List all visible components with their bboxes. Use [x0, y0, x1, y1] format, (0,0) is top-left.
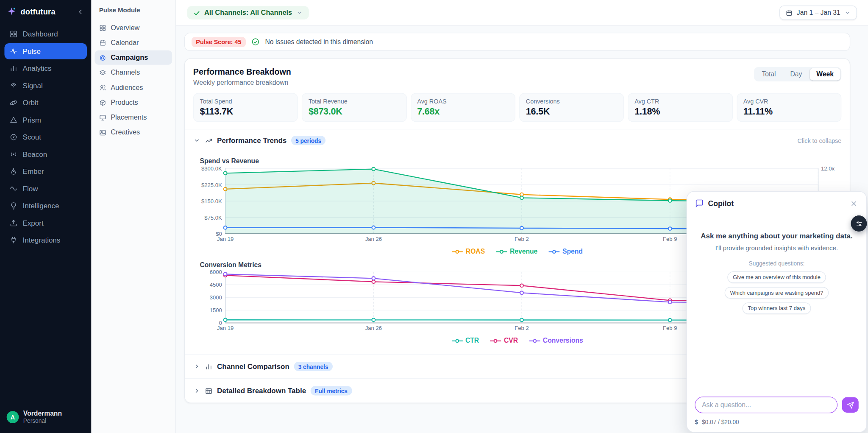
- module-item-products[interactable]: Products: [95, 95, 172, 110]
- card-header: Performance Breakdown Weekly performance…: [185, 59, 850, 86]
- send-button[interactable]: [842, 397, 859, 413]
- sidebar-collapse-button[interactable]: [75, 6, 86, 17]
- sidebar-header: dotfutura: [0, 0, 92, 24]
- sidebar-item-export[interactable]: Export: [4, 215, 87, 231]
- copilot-header: Copilot: [687, 192, 866, 213]
- ask-question-input[interactable]: [695, 397, 837, 413]
- copilot-title: Copilot: [708, 199, 844, 208]
- module-item-calendar[interactable]: Calendar: [95, 36, 172, 50]
- module-item-label: Audiences: [111, 84, 143, 91]
- module-item-overview[interactable]: Overview: [95, 20, 172, 35]
- performance-trends-header[interactable]: Performance Trends 5 periods Click to co…: [185, 130, 850, 151]
- chat-bubble-icon: [695, 199, 704, 208]
- legend-item-revenue[interactable]: Revenue: [496, 248, 537, 255]
- suggestion-chip-wasting-spend[interactable]: Which campaigns are wasting spend?: [724, 287, 829, 299]
- status-bar: Pulse Score: 45 No issues detected in th…: [184, 33, 850, 51]
- legend-item-ctr[interactable]: CTR: [451, 337, 479, 344]
- copilot-footer: $ $0.07 / $20.00: [687, 392, 866, 432]
- module-item-label: Overview: [111, 24, 139, 31]
- user-name: Vordermann: [23, 410, 62, 417]
- x-axis-tick: Jan 26: [365, 325, 382, 331]
- nav-label: Beacon: [23, 150, 47, 159]
- app-viewport: dotfutura Dashboard Pulse Analytics Sign…: [0, 0, 868, 433]
- legend-item-roas[interactable]: ROAS: [452, 248, 485, 255]
- screen: dotfutura Dashboard Pulse Analytics Sign…: [0, 0, 868, 433]
- app-logo: [7, 7, 17, 17]
- sidebar-item-beacon[interactable]: Beacon: [4, 146, 87, 162]
- legend-item-cvr[interactable]: CVR: [490, 337, 518, 344]
- sidebar-item-analytics[interactable]: Analytics: [4, 60, 87, 76]
- x-axis-tick: Feb 9: [663, 236, 677, 242]
- chevron-down-icon: [193, 137, 200, 144]
- module-item-audiences[interactable]: Audiences: [95, 80, 172, 95]
- collapse-hint: Click to collapse: [797, 137, 841, 144]
- periods-badge: 5 periods: [291, 136, 326, 145]
- nav-label: Intelligence: [23, 201, 59, 210]
- bar-chart-icon: [205, 363, 212, 370]
- nav-label: Ember: [23, 167, 44, 176]
- x-axis-tick: Feb 2: [515, 325, 529, 331]
- module-item-channels[interactable]: Channels: [95, 65, 172, 80]
- legend-item-spend[interactable]: Spend: [548, 248, 583, 255]
- channel-filter-button[interactable]: All Channels: All Channels: [187, 6, 309, 19]
- module-item-label: Creatives: [111, 129, 140, 136]
- suggestion-chip-top-winners[interactable]: Top winners last 7 days: [743, 302, 811, 314]
- y-axis-tick: 3000: [210, 294, 222, 300]
- copilot-subtext: I'll provide grounded insights with evid…: [693, 245, 861, 251]
- beacon-icon: [9, 150, 18, 159]
- section-title: Channel Comparison: [217, 362, 289, 371]
- granularity-week-button[interactable]: Week: [810, 68, 840, 81]
- granularity-toggle: Total Day Week: [754, 67, 841, 81]
- check-icon: [193, 9, 200, 17]
- suggestion-chip-overview[interactable]: Give me an overview of this module: [727, 271, 826, 283]
- y-axis-tick: 6000: [210, 269, 222, 275]
- nav-label: Orbit: [23, 98, 39, 107]
- page-subtitle: Weekly performance breakdown: [193, 78, 291, 86]
- chevron-down-icon: [844, 9, 851, 16]
- pulse-score-badge: Pulse Score: 45: [192, 37, 246, 47]
- module-item-label: Calendar: [111, 39, 139, 46]
- legend-item-conversions[interactable]: Conversions: [529, 337, 583, 344]
- sidebar-item-signal[interactable]: Signal: [4, 78, 87, 94]
- module-item-campaigns[interactable]: Campaigns: [95, 50, 172, 65]
- chart-title: Spend vs Revenue: [200, 157, 842, 165]
- kpi-row: Total Spend $113.7K Total Revenue $873.0…: [185, 87, 850, 130]
- send-icon: [847, 401, 854, 408]
- sidebar-item-intelligence[interactable]: Intelligence: [4, 198, 87, 214]
- copilot-settings-fab[interactable]: [851, 215, 867, 232]
- overview-icon: [99, 24, 106, 31]
- x-axis-tick: Jan 19: [217, 325, 234, 331]
- sidebar-item-integrations[interactable]: Integrations: [4, 232, 87, 248]
- module-item-creatives[interactable]: Creatives: [95, 125, 172, 140]
- date-range-button[interactable]: Jan 1 – Jan 31: [779, 6, 857, 20]
- placements-icon: [99, 114, 106, 121]
- nav-label: Analytics: [23, 64, 52, 73]
- copilot-close-button[interactable]: [849, 198, 859, 209]
- primary-nav: Dashboard Pulse Analytics Signal Orbit P…: [0, 24, 92, 404]
- suggested-questions-label: Suggested questions:: [693, 260, 861, 267]
- sidebar-item-ember[interactable]: Ember: [4, 163, 87, 179]
- module-item-placements[interactable]: Placements: [95, 110, 172, 125]
- x-axis-tick: Feb 2: [515, 236, 529, 242]
- sidebar-item-prism[interactable]: Prism: [4, 112, 87, 128]
- channel-filter-label: All Channels: All Channels: [204, 9, 292, 17]
- sidebar-item-orbit[interactable]: Orbit: [4, 95, 87, 111]
- granularity-total-button[interactable]: Total: [755, 68, 782, 81]
- nav-label: Signal: [23, 81, 43, 90]
- module-item-label: Products: [111, 98, 138, 106]
- user-menu[interactable]: A Vordermann Personal: [0, 404, 92, 433]
- sidebar-item-dashboard[interactable]: Dashboard: [4, 26, 87, 42]
- copilot-intro: Ask me anything about your marketing dat…: [693, 232, 861, 240]
- sidebar-item-pulse[interactable]: Pulse: [4, 43, 87, 59]
- sidebar-item-scout[interactable]: Scout: [4, 129, 87, 145]
- granularity-day-button[interactable]: Day: [784, 68, 809, 81]
- module-item-label: Placements: [111, 114, 147, 121]
- sidebar-item-flow[interactable]: Flow: [4, 181, 87, 197]
- channels-badge: 3 channels: [294, 362, 333, 371]
- chart-y-axis: $300.0K$225.0K$150.0K$75.0K$0: [200, 168, 225, 234]
- pulse-icon: [9, 47, 18, 56]
- kpi-total-spend: Total Spend $113.7K: [193, 93, 298, 122]
- nav-label: Dashboard: [23, 30, 58, 39]
- x-axis-tick: Feb 9: [663, 325, 677, 331]
- y-axis-tick: $150.0K: [201, 198, 222, 204]
